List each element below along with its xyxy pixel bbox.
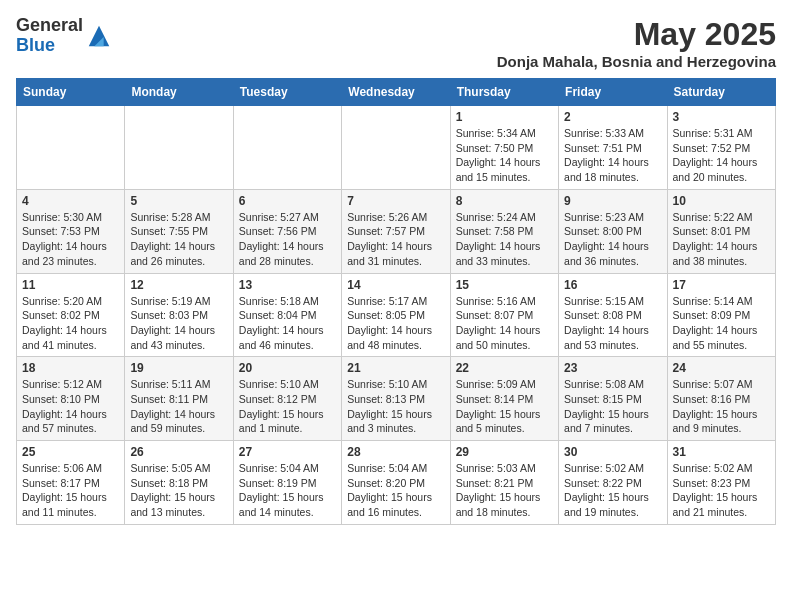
day-info: Sunrise: 5:10 AMSunset: 8:13 PMDaylight:… [347,377,444,436]
calendar-cell [125,106,233,190]
calendar-cell [233,106,341,190]
day-info: Sunrise: 5:31 AMSunset: 7:52 PMDaylight:… [673,126,770,185]
day-number: 24 [673,361,770,375]
day-number: 29 [456,445,553,459]
day-info: Sunrise: 5:20 AMSunset: 8:02 PMDaylight:… [22,294,119,353]
day-info: Sunrise: 5:02 AMSunset: 8:22 PMDaylight:… [564,461,661,520]
calendar-week-1: 1Sunrise: 5:34 AMSunset: 7:50 PMDaylight… [17,106,776,190]
calendar-cell: 22Sunrise: 5:09 AMSunset: 8:14 PMDayligh… [450,357,558,441]
calendar-cell: 5Sunrise: 5:28 AMSunset: 7:55 PMDaylight… [125,189,233,273]
calendar-cell: 15Sunrise: 5:16 AMSunset: 8:07 PMDayligh… [450,273,558,357]
day-info: Sunrise: 5:16 AMSunset: 8:07 PMDaylight:… [456,294,553,353]
day-header-monday: Monday [125,79,233,106]
day-info: Sunrise: 5:02 AMSunset: 8:23 PMDaylight:… [673,461,770,520]
day-number: 31 [673,445,770,459]
day-info: Sunrise: 5:28 AMSunset: 7:55 PMDaylight:… [130,210,227,269]
day-number: 21 [347,361,444,375]
calendar-cell: 30Sunrise: 5:02 AMSunset: 8:22 PMDayligh… [559,441,667,525]
day-number: 3 [673,110,770,124]
day-number: 2 [564,110,661,124]
calendar-cell: 8Sunrise: 5:24 AMSunset: 7:58 PMDaylight… [450,189,558,273]
calendar-cell [342,106,450,190]
day-info: Sunrise: 5:33 AMSunset: 7:51 PMDaylight:… [564,126,661,185]
day-info: Sunrise: 5:26 AMSunset: 7:57 PMDaylight:… [347,210,444,269]
day-info: Sunrise: 5:08 AMSunset: 8:15 PMDaylight:… [564,377,661,436]
calendar-cell: 1Sunrise: 5:34 AMSunset: 7:50 PMDaylight… [450,106,558,190]
calendar-cell: 27Sunrise: 5:04 AMSunset: 8:19 PMDayligh… [233,441,341,525]
day-number: 13 [239,278,336,292]
calendar-cell: 7Sunrise: 5:26 AMSunset: 7:57 PMDaylight… [342,189,450,273]
calendar-header-row: SundayMondayTuesdayWednesdayThursdayFrid… [17,79,776,106]
day-info: Sunrise: 5:27 AMSunset: 7:56 PMDaylight:… [239,210,336,269]
day-header-saturday: Saturday [667,79,775,106]
calendar-week-5: 25Sunrise: 5:06 AMSunset: 8:17 PMDayligh… [17,441,776,525]
day-number: 18 [22,361,119,375]
day-number: 15 [456,278,553,292]
calendar-cell: 3Sunrise: 5:31 AMSunset: 7:52 PMDaylight… [667,106,775,190]
day-info: Sunrise: 5:30 AMSunset: 7:53 PMDaylight:… [22,210,119,269]
calendar-cell: 28Sunrise: 5:04 AMSunset: 8:20 PMDayligh… [342,441,450,525]
day-info: Sunrise: 5:06 AMSunset: 8:17 PMDaylight:… [22,461,119,520]
day-header-wednesday: Wednesday [342,79,450,106]
day-header-tuesday: Tuesday [233,79,341,106]
day-number: 16 [564,278,661,292]
calendar-week-3: 11Sunrise: 5:20 AMSunset: 8:02 PMDayligh… [17,273,776,357]
day-info: Sunrise: 5:24 AMSunset: 7:58 PMDaylight:… [456,210,553,269]
day-info: Sunrise: 5:17 AMSunset: 8:05 PMDaylight:… [347,294,444,353]
day-number: 20 [239,361,336,375]
day-number: 1 [456,110,553,124]
calendar-cell: 29Sunrise: 5:03 AMSunset: 8:21 PMDayligh… [450,441,558,525]
day-info: Sunrise: 5:03 AMSunset: 8:21 PMDaylight:… [456,461,553,520]
calendar-cell: 11Sunrise: 5:20 AMSunset: 8:02 PMDayligh… [17,273,125,357]
calendar-cell: 21Sunrise: 5:10 AMSunset: 8:13 PMDayligh… [342,357,450,441]
day-info: Sunrise: 5:07 AMSunset: 8:16 PMDaylight:… [673,377,770,436]
month-title: May 2025 [497,16,776,53]
calendar-cell: 17Sunrise: 5:14 AMSunset: 8:09 PMDayligh… [667,273,775,357]
day-info: Sunrise: 5:04 AMSunset: 8:20 PMDaylight:… [347,461,444,520]
day-info: Sunrise: 5:10 AMSunset: 8:12 PMDaylight:… [239,377,336,436]
day-info: Sunrise: 5:14 AMSunset: 8:09 PMDaylight:… [673,294,770,353]
calendar-cell: 18Sunrise: 5:12 AMSunset: 8:10 PMDayligh… [17,357,125,441]
day-number: 28 [347,445,444,459]
day-number: 25 [22,445,119,459]
logo-general: General [16,15,83,35]
calendar-week-2: 4Sunrise: 5:30 AMSunset: 7:53 PMDaylight… [17,189,776,273]
day-number: 27 [239,445,336,459]
logo-icon [85,22,113,50]
day-number: 8 [456,194,553,208]
day-info: Sunrise: 5:23 AMSunset: 8:00 PMDaylight:… [564,210,661,269]
day-number: 23 [564,361,661,375]
day-number: 11 [22,278,119,292]
calendar-body: 1Sunrise: 5:34 AMSunset: 7:50 PMDaylight… [17,106,776,525]
day-number: 14 [347,278,444,292]
day-number: 22 [456,361,553,375]
page-header: General Blue May 2025 Donja Mahala, Bosn… [16,16,776,70]
logo-blue: Blue [16,35,55,55]
day-number: 9 [564,194,661,208]
calendar-cell [17,106,125,190]
calendar-cell: 16Sunrise: 5:15 AMSunset: 8:08 PMDayligh… [559,273,667,357]
calendar-cell: 25Sunrise: 5:06 AMSunset: 8:17 PMDayligh… [17,441,125,525]
day-info: Sunrise: 5:11 AMSunset: 8:11 PMDaylight:… [130,377,227,436]
day-header-friday: Friday [559,79,667,106]
day-number: 26 [130,445,227,459]
day-number: 10 [673,194,770,208]
calendar-cell: 31Sunrise: 5:02 AMSunset: 8:23 PMDayligh… [667,441,775,525]
location-title: Donja Mahala, Bosnia and Herzegovina [497,53,776,70]
calendar-cell: 19Sunrise: 5:11 AMSunset: 8:11 PMDayligh… [125,357,233,441]
day-info: Sunrise: 5:05 AMSunset: 8:18 PMDaylight:… [130,461,227,520]
calendar-table: SundayMondayTuesdayWednesdayThursdayFrid… [16,78,776,525]
day-header-sunday: Sunday [17,79,125,106]
day-info: Sunrise: 5:04 AMSunset: 8:19 PMDaylight:… [239,461,336,520]
day-number: 12 [130,278,227,292]
calendar-cell: 4Sunrise: 5:30 AMSunset: 7:53 PMDaylight… [17,189,125,273]
calendar-cell: 6Sunrise: 5:27 AMSunset: 7:56 PMDaylight… [233,189,341,273]
day-info: Sunrise: 5:34 AMSunset: 7:50 PMDaylight:… [456,126,553,185]
calendar-week-4: 18Sunrise: 5:12 AMSunset: 8:10 PMDayligh… [17,357,776,441]
calendar-cell: 20Sunrise: 5:10 AMSunset: 8:12 PMDayligh… [233,357,341,441]
day-number: 19 [130,361,227,375]
day-info: Sunrise: 5:15 AMSunset: 8:08 PMDaylight:… [564,294,661,353]
day-info: Sunrise: 5:18 AMSunset: 8:04 PMDaylight:… [239,294,336,353]
calendar-cell: 23Sunrise: 5:08 AMSunset: 8:15 PMDayligh… [559,357,667,441]
calendar-cell: 13Sunrise: 5:18 AMSunset: 8:04 PMDayligh… [233,273,341,357]
